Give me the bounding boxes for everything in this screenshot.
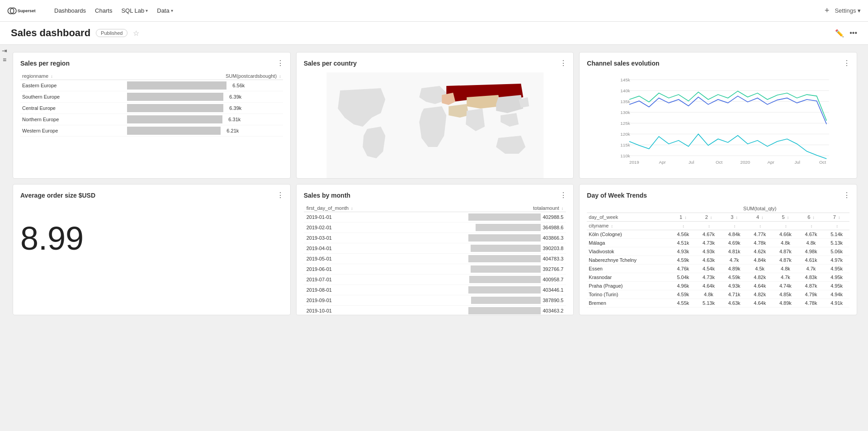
sort-icon-total: ↕: [561, 206, 564, 211]
city-sort-7[interactable]: ↕: [824, 222, 849, 230]
svg-text:140k: 140k: [621, 88, 630, 93]
brand-logo[interactable]: Superset: [7, 6, 43, 16]
city-name: Krasnodar: [587, 273, 670, 282]
dow-cell-2: 4.67k: [696, 230, 722, 239]
dow-cell-1: 4.59k: [670, 290, 696, 299]
city-name: Torino (Turin): [587, 290, 670, 299]
dow-day5[interactable]: 5 ↕: [773, 213, 798, 222]
widget-menu-avg-order[interactable]: ⋮: [277, 191, 284, 199]
day-of-week-table: SUM(total_qty) day_of_week 1 ↕ 2 ↕ 3 ↕ 4…: [587, 204, 849, 308]
dow-cell-6: 4.87k: [798, 282, 824, 290]
widget-menu-country[interactable]: ⋮: [560, 59, 567, 67]
table-row: Naberezhnye Tchelny4.59k4.63k4.7k4.84k4.…: [587, 256, 849, 265]
region-value: 6.39k: [125, 91, 283, 103]
dow-cell-4: 4.78k: [747, 239, 773, 247]
city-sort-1[interactable]: ↕: [670, 222, 696, 230]
nav-dashboards[interactable]: Dashboards: [54, 7, 86, 14]
favorite-star-icon[interactable]: ☆: [133, 29, 139, 38]
dow-col-header[interactable]: day_of_week: [587, 213, 670, 222]
dow-cell-3: 4.84k: [722, 230, 747, 239]
channel-sales-svg: 145k 140k 135k 130k 125k 120k 115k 110k …: [587, 72, 849, 179]
widget-average-order: Average order size $USD ⋮ 8.99: [13, 184, 291, 315]
published-badge[interactable]: Published: [96, 29, 127, 37]
dow-cell-3: 4.63k: [722, 299, 747, 308]
col-region-header[interactable]: regionname ↕: [20, 72, 125, 80]
month-date: 2019-08-01: [304, 285, 422, 295]
channel-sales-title: Channel sales evolution: [587, 60, 849, 67]
nav-sqllab[interactable]: SQL Lab ▾: [121, 7, 148, 14]
col-date-header[interactable]: first_day_of_month ↕: [304, 204, 422, 212]
city-sort-4[interactable]: ↕: [747, 222, 773, 230]
widget-menu-sales-month[interactable]: ⋮: [560, 191, 567, 199]
widget-channel-sales: Channel sales evolution ⋮ 145k 140k 135k…: [579, 52, 857, 179]
settings-button[interactable]: Settings ▾: [835, 7, 861, 14]
widget-menu-sales-region[interactable]: ⋮: [277, 59, 284, 67]
dashboard-grid: Sales per region ⋮ regionname ↕ SUM(post…: [0, 45, 868, 322]
city-sort-6[interactable]: ↕: [798, 222, 824, 230]
dow-day1[interactable]: 1 ↕: [670, 213, 696, 222]
dow-cell-3: 4.71k: [722, 290, 747, 299]
filter-icon[interactable]: ⇥: [2, 47, 7, 54]
dow-cell-7: 5.06k: [824, 247, 849, 256]
dow-cell-6: 4.79k: [798, 290, 824, 299]
table-row: 2019-08-01 403446.1: [304, 285, 566, 295]
nav-data[interactable]: Data ▾: [157, 7, 173, 14]
month-value: 403463.2: [422, 306, 566, 316]
svg-text:Apr: Apr: [659, 160, 666, 165]
month-value: 402988.5: [422, 212, 566, 223]
region-name: Central Europe: [20, 103, 125, 114]
table-row: 2019-05-01 404783.3: [304, 254, 566, 264]
dow-sum-label: SUM(total_qty): [670, 204, 849, 213]
dow-cell-3: 4.7k: [722, 256, 747, 265]
city-sort-5[interactable]: ↕: [773, 222, 798, 230]
svg-text:Oct: Oct: [819, 160, 826, 165]
city-col-header[interactable]: cityname ↕: [587, 222, 670, 230]
dow-cell-2: 4.93k: [696, 247, 722, 256]
dow-cell-7: 4.97k: [824, 256, 849, 265]
map-svg: [304, 72, 566, 179]
dow-cell-1: 4.59k: [670, 256, 696, 265]
dow-day3[interactable]: 3 ↕: [722, 213, 747, 222]
col-total-header[interactable]: totalamount ↕: [422, 204, 566, 212]
city-sort-2[interactable]: ↕: [696, 222, 722, 230]
dow-day6[interactable]: 6 ↕: [798, 213, 824, 222]
dow-cell-4: 4.82k: [747, 273, 773, 282]
dow-cell-2: 4.8k: [696, 290, 722, 299]
dow-day4[interactable]: 4 ↕: [747, 213, 773, 222]
average-order-value: 8.99: [20, 213, 283, 264]
svg-text:Superset: Superset: [18, 9, 36, 13]
region-table: regionname ↕ SUM(postcardsbought) ↕ East…: [20, 72, 283, 137]
dow-cell-3: 4.81k: [722, 247, 747, 256]
dow-day2[interactable]: 2 ↕: [696, 213, 722, 222]
dow-cell-5: 4.66k: [773, 230, 798, 239]
dow-cell-7: 5.13k: [824, 239, 849, 247]
table-row: Bremen4.55k5.13k4.63k4.64k4.89k4.78k4.91…: [587, 299, 849, 308]
table-row: 2019-02-01 364988.6: [304, 223, 566, 233]
month-value: 404783.3: [422, 254, 566, 264]
dow-cell-7: 5.14k: [824, 230, 849, 239]
svg-text:120k: 120k: [621, 132, 630, 137]
sort-icon-date: ↕: [351, 206, 353, 211]
dow-sum-header: [587, 204, 670, 213]
widget-sales-per-country: Sales per country ⋮: [296, 52, 574, 179]
add-button[interactable]: +: [825, 6, 830, 15]
dow-cell-6: 4.7k: [798, 265, 824, 273]
data-dropdown-arrow: ▾: [171, 8, 173, 13]
sales-by-month-table: first_day_of_month ↕ totalamount ↕ 2019-…: [304, 204, 566, 315]
month-value: 403446.1: [422, 285, 566, 295]
widget-menu-channel[interactable]: ⋮: [843, 59, 850, 67]
dow-day7[interactable]: 7 ↕: [824, 213, 849, 222]
city-sort-3[interactable]: ↕: [722, 222, 747, 230]
month-value: 387890.5: [422, 295, 566, 306]
edit-icon[interactable]: ✏️: [835, 29, 844, 38]
col-sum-header[interactable]: SUM(postcardsbought) ↕: [125, 72, 283, 80]
widget-menu-dow[interactable]: ⋮: [843, 191, 850, 199]
widget-sales-per-region: Sales per region ⋮ regionname ↕ SUM(post…: [13, 52, 291, 179]
filter-list-icon[interactable]: ≡: [3, 56, 6, 63]
svg-text:115k: 115k: [621, 142, 630, 147]
table-row: Praha (Prague)4.96k4.64k4.93k4.64k4.74k4…: [587, 282, 849, 290]
month-date: 2019-06-01: [304, 264, 422, 275]
nav-charts[interactable]: Charts: [95, 7, 112, 14]
dow-cell-6: 4.8k: [798, 239, 824, 247]
more-options-icon[interactable]: •••: [849, 29, 857, 37]
